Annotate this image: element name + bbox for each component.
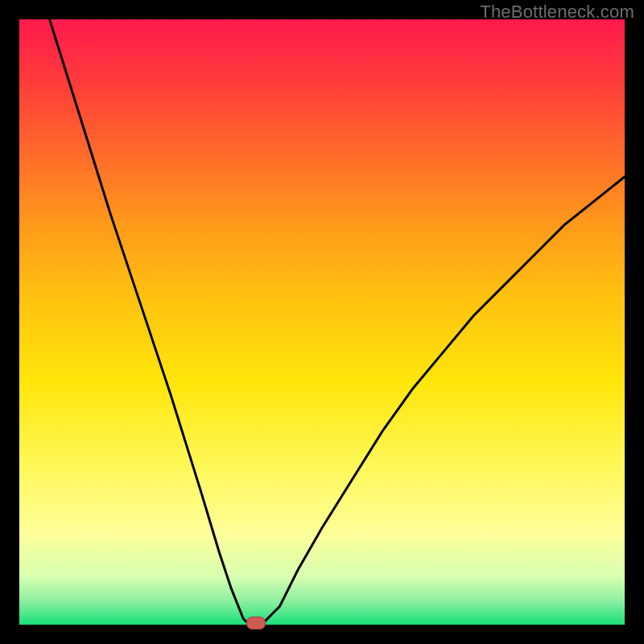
optimum-marker <box>246 617 266 630</box>
curve-svg <box>19 19 625 625</box>
bottleneck-curve-path <box>50 19 625 625</box>
chart-frame: TheBottleneck.com <box>0 0 644 644</box>
plot-area <box>19 19 625 625</box>
